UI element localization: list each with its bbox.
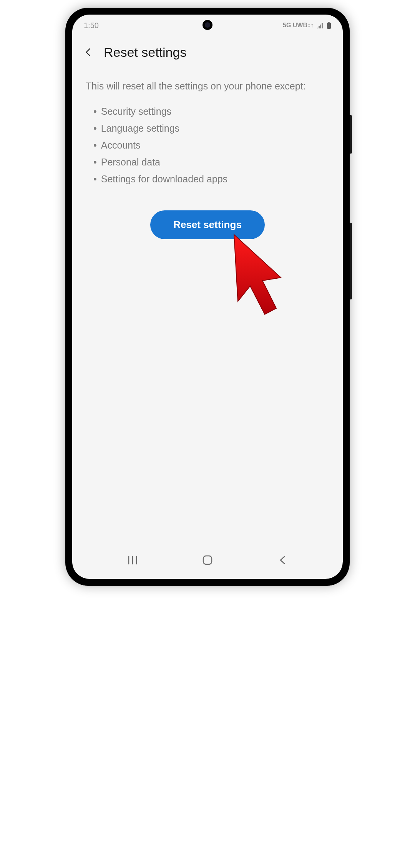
phone-frame: 1:50 5G UWB↕↑ Reset settings This will r… [65, 8, 350, 586]
navigation-bar [72, 544, 343, 579]
recents-icon [128, 556, 138, 565]
phone-screen: 1:50 5G UWB↕↑ Reset settings This will r… [72, 15, 343, 579]
nav-back-button[interactable] [271, 552, 294, 568]
svg-rect-5 [203, 556, 212, 564]
page-title: Reset settings [104, 45, 186, 60]
list-item: Language settings [93, 120, 329, 137]
home-button[interactable] [196, 552, 219, 568]
signal-icon [317, 22, 324, 28]
chevron-left-icon [83, 47, 93, 57]
status-network: 5G UWB↕↑ [283, 22, 314, 29]
app-header: Reset settings [72, 34, 343, 68]
list-item: Security settings [93, 103, 329, 120]
phone-side-button [350, 223, 352, 299]
content-area: This will reset all the settings on your… [72, 68, 343, 544]
svg-rect-1 [328, 22, 330, 23]
list-item: Personal data [93, 154, 329, 170]
status-right: 5G UWB↕↑ [283, 22, 331, 29]
list-item: Settings for downloaded apps [93, 170, 329, 187]
status-time: 1:50 [84, 21, 99, 30]
recents-button[interactable] [121, 552, 144, 568]
phone-side-button [350, 115, 352, 154]
camera-notch [203, 20, 212, 30]
exception-list: Security settings Language settings Acco… [86, 103, 329, 187]
home-icon [202, 555, 213, 565]
back-button[interactable] [81, 45, 96, 60]
reset-settings-button[interactable]: Reset settings [150, 210, 265, 239]
list-item: Accounts [93, 137, 329, 154]
svg-rect-0 [327, 23, 331, 29]
button-container: Reset settings [86, 210, 329, 239]
cursor-pointer-annotation [227, 228, 289, 320]
description-text: This will reset all the settings on your… [86, 79, 329, 94]
battery-icon [327, 22, 331, 29]
chevron-left-icon [279, 556, 286, 565]
